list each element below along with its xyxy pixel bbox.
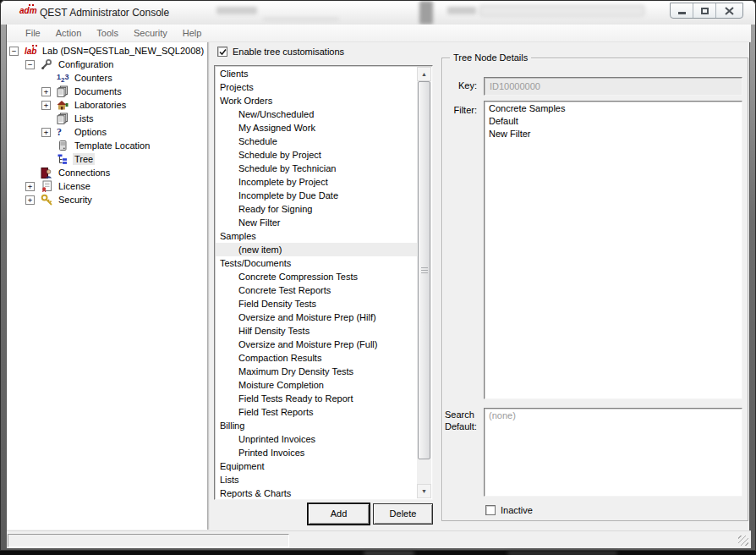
background-window-blur [263, 18, 339, 21]
list-item[interactable]: Field Test Reports [216, 405, 417, 419]
question-icon: ? [57, 126, 73, 139]
list-item[interactable]: Incomplete by Project [216, 175, 417, 189]
close-button[interactable] [716, 3, 742, 18]
list-item[interactable]: Hilf Density Tests [216, 324, 417, 338]
list-item[interactable]: Compaction Results [216, 351, 417, 365]
list-item[interactable]: Moisture Completion [216, 378, 417, 392]
enable-customisations-checkbox[interactable] [217, 47, 227, 57]
tree-node[interactable]: +Laboratories [7, 98, 207, 112]
inactive-row[interactable]: Inactive [485, 505, 533, 515]
delete-button[interactable]: Delete [373, 503, 433, 525]
expand-icon[interactable]: + [41, 87, 51, 96]
filter-item[interactable]: Concrete Samples [489, 102, 742, 115]
scroll-thumb[interactable] [418, 81, 430, 459]
list-item[interactable]: Unprinted Invoices [216, 432, 417, 446]
titlebar[interactable]: adm QEST Administrator Console [1, 1, 755, 25]
list-item[interactable]: Billing [216, 419, 417, 432]
menu-item-action[interactable]: Action [48, 26, 90, 40]
expand-icon[interactable]: + [41, 128, 51, 137]
enable-customisations-row[interactable]: Enable tree customisations [217, 47, 344, 57]
scrollbar[interactable]: ▲ ▼ [417, 67, 431, 498]
list-item[interactable]: Maximum Dry Density Tests [216, 365, 417, 378]
search-default-label: Search Default: [445, 409, 477, 432]
laboratories-icon [57, 99, 73, 111]
list-item[interactable]: Tests/Documents [216, 256, 417, 270]
tree-nodes-listbox[interactable]: ClientsProjectsWork OrdersNew/Unschedule… [214, 65, 433, 500]
list-item[interactable]: Concrete Test Reports [216, 283, 417, 297]
list-item[interactable]: Clients [216, 67, 417, 80]
background-window-blur [479, 5, 644, 16]
list-item[interactable]: Work Orders [216, 94, 417, 107]
inactive-checkbox[interactable] [485, 505, 496, 515]
tree-node[interactable]: Tree [7, 152, 207, 166]
list-item[interactable]: (new item) [216, 243, 417, 256]
list-item[interactable]: Schedule [216, 135, 417, 148]
list-item[interactable]: Incomplete by Due Date [216, 189, 417, 202]
list-item[interactable]: My Assigned Work [216, 121, 417, 135]
maximize-button[interactable] [693, 3, 716, 18]
tree-node-label: Documents [73, 85, 123, 97]
tree-node-label: Options [73, 126, 108, 138]
expand-icon[interactable]: + [25, 195, 35, 205]
filter-item[interactable]: Default [489, 115, 742, 128]
tree-node[interactable]: Template Location [7, 139, 207, 152]
tree-node[interactable]: +?Options [7, 125, 207, 139]
list-item[interactable]: Oversize and Moisture Prep (Hilf) [216, 310, 417, 324]
tree-node[interactable]: Connections [7, 166, 207, 179]
list-item[interactable]: Equipment [216, 459, 417, 473]
tree-node-label: Lists [73, 113, 96, 124]
list-item[interactable]: New Filter [216, 216, 417, 229]
menu-item-help[interactable]: Help [175, 26, 210, 40]
background-window-blur [419, 1, 433, 25]
list-item[interactable]: Ready for Signing [216, 202, 417, 216]
list-item[interactable]: Printed Invoices [216, 446, 417, 459]
add-button[interactable]: Add [308, 503, 370, 525]
list-item[interactable]: Concrete Compression Tests [216, 270, 417, 283]
taskbar-blur [364, 552, 414, 555]
filter-item[interactable]: New Filter [489, 128, 742, 140]
tree-node[interactable]: 123Counters [7, 71, 207, 85]
tree-node-label: Security [57, 194, 94, 206]
tree-node-label: Configuration [57, 58, 115, 70]
list-item[interactable]: Reports & Charts [216, 486, 417, 500]
list-item[interactable]: Schedule by Project [216, 148, 417, 162]
list-item[interactable]: Schedule by Technician [216, 162, 417, 175]
list-item[interactable]: Samples [216, 229, 417, 243]
database-icon [57, 140, 73, 151]
list-item[interactable]: New/Unscheduled [216, 107, 417, 121]
tree-icon [57, 153, 73, 165]
tree-node[interactable]: +Documents [7, 85, 207, 98]
expand-icon[interactable]: + [41, 101, 51, 110]
status-bar [7, 530, 751, 548]
tree-node[interactable]: Lists [7, 112, 207, 125]
minimize-button[interactable] [671, 3, 693, 18]
tree-node[interactable]: +Security [7, 193, 207, 206]
close-icon [725, 7, 734, 15]
list-item[interactable]: Projects [216, 80, 417, 94]
scroll-down-button[interactable]: ▼ [417, 484, 431, 498]
list-item[interactable]: Field Tests Ready to Report [216, 392, 417, 405]
list-item[interactable]: Lists [216, 473, 417, 486]
scroll-up-button[interactable]: ▲ [417, 67, 431, 81]
search-default-listbox[interactable]: (none) [484, 408, 742, 497]
menu-item-file[interactable]: File [18, 26, 48, 40]
collapse-icon[interactable]: − [9, 47, 19, 56]
filter-listbox[interactable]: Concrete SamplesDefaultNew Filter [484, 101, 742, 399]
menu-item-security[interactable]: Security [126, 26, 175, 40]
collapse-icon[interactable]: − [25, 60, 35, 69]
list-item[interactable]: Oversize and Moisture Prep (Full) [216, 338, 417, 351]
resize-grip[interactable] [738, 536, 748, 546]
expand-icon[interactable]: + [25, 182, 35, 191]
tree-node[interactable]: +License [7, 179, 207, 193]
list-item[interactable]: Field Density Tests [216, 297, 417, 310]
menu-bar: FileActionToolsSecurityHelp [7, 25, 751, 42]
person-icon [41, 167, 57, 179]
filter-label: Filter: [433, 105, 477, 115]
window-content: FileActionToolsSecurityHelp −labLab (DSN… [6, 25, 750, 548]
window-controls [670, 3, 743, 19]
menu-item-tools[interactable]: Tools [89, 26, 126, 40]
tree-node[interactable]: −labLab (DSN=QESTLab_NEW_SQL2008) [7, 44, 207, 58]
tree-node[interactable]: −Configuration [7, 58, 207, 71]
minimize-icon [678, 12, 686, 14]
navigation-tree[interactable]: −labLab (DSN=QESTLab_NEW_SQL2008)−Config… [7, 42, 207, 530]
